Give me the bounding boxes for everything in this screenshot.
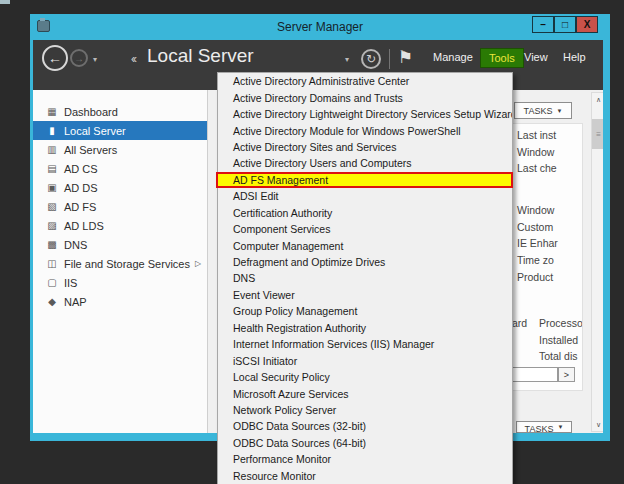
menu-item[interactable]: ADSI Edit	[218, 188, 512, 204]
all-servers-icon: ▥	[45, 144, 59, 155]
nav-history-caret-icon[interactable]: ▾	[93, 55, 97, 64]
menu-item[interactable]: Local Security Policy	[218, 369, 512, 385]
desktop-artifact	[0, 0, 10, 4]
sidebar-item-label: File and Storage Services	[64, 258, 190, 270]
menu-item-ad-fs-management[interactable]: AD FS Management	[216, 172, 513, 188]
nap-icon: ◆	[45, 296, 59, 307]
sidebar-item-label: AD DS	[64, 182, 98, 194]
menu-item[interactable]: Computer Management	[218, 237, 512, 253]
dashboard-icon: ▦	[45, 106, 59, 117]
sidebar-item-dashboard[interactable]: ▦ Dashboard	[33, 102, 207, 121]
menu-item[interactable]: ODBC Data Sources (64-bit)	[218, 435, 512, 451]
menu-item[interactable]: Internet Information Services (IIS) Mana…	[218, 336, 512, 352]
sidebar-item-iis[interactable]: ▢ IIS	[33, 273, 207, 292]
sidebar-item-nap[interactable]: ◆ NAP	[33, 292, 207, 311]
breadcrumb-chevrons-icon: ‹‹	[131, 52, 135, 66]
back-arrow-icon: ←	[48, 50, 62, 66]
window-title: Server Manager	[30, 20, 610, 34]
properties-panel: Last inst Window Last che Window Custom …	[511, 123, 583, 391]
sidebar-item-file-and-storage-services[interactable]: ◫ File and Storage Services ▷	[33, 254, 207, 273]
ad-fs-icon: ▧	[45, 201, 59, 212]
menu-item[interactable]: Active Directory Users and Computers	[218, 155, 512, 171]
property-label: Product	[517, 271, 553, 283]
menu-item[interactable]: Defragment and Optimize Drives	[218, 254, 512, 270]
menu-item[interactable]: ODBC Data Sources (32-bit)	[218, 418, 512, 434]
menu-item[interactable]: Active Directory Module for Windows Powe…	[218, 122, 512, 138]
sidebar-item-label: NAP	[64, 296, 87, 308]
scrollbar-thumb[interactable]: ≡	[592, 119, 603, 149]
minimize-button[interactable]: –	[532, 16, 554, 33]
menu-item[interactable]: Certification Authority	[218, 205, 512, 221]
refresh-button[interactable]: ↻	[361, 49, 381, 69]
menu-item[interactable]: Health Registration Authority	[218, 320, 512, 336]
property-label: Window	[517, 204, 554, 216]
refresh-icon: ↻	[366, 52, 376, 66]
property-label: IE Enhar	[517, 237, 558, 249]
file-storage-icon: ◫	[45, 258, 59, 269]
sidebar-item-ad-fs[interactable]: ▧ AD FS	[33, 197, 207, 216]
sidebar-item-local-server[interactable]: ▮ Local Server	[33, 121, 207, 140]
menu-item[interactable]: Event Viewer	[218, 287, 512, 303]
navbar-divider	[389, 49, 390, 69]
close-button[interactable]: X	[576, 16, 598, 33]
forward-button[interactable]: →	[70, 49, 88, 67]
title-bar[interactable]: Server Manager – □ X	[30, 14, 610, 40]
breadcrumb-caret-icon[interactable]: ▾	[345, 55, 349, 64]
menu-item[interactable]: Network Policy Server	[218, 402, 512, 418]
menu-item[interactable]: Group Policy Management	[218, 303, 512, 319]
iis-icon: ▢	[45, 277, 59, 288]
filter-input[interactable]	[512, 367, 558, 382]
property-label: Last inst	[517, 129, 556, 141]
sidebar-item-label: Dashboard	[64, 106, 118, 118]
maximize-button[interactable]: □	[554, 16, 576, 33]
menu-manage[interactable]: Manage	[433, 51, 473, 63]
menu-item[interactable]: DNS	[218, 270, 512, 286]
property-label: Custom	[517, 221, 553, 233]
sidebar-item-label: Local Server	[64, 125, 126, 137]
sidebar-item-all-servers[interactable]: ▥ All Servers	[33, 140, 207, 159]
go-button[interactable]: >	[558, 367, 575, 382]
server-manager-icon	[37, 20, 50, 32]
tasks-label: TASKS	[524, 106, 553, 116]
sidebar-item-label: DNS	[64, 239, 87, 251]
notifications-flag-icon[interactable]: ⚑	[398, 47, 413, 68]
sidebar-item-ad-lds[interactable]: ▨ AD LDS	[33, 216, 207, 235]
tasks-label: TASKS	[525, 424, 554, 433]
property-label: Time zo	[517, 254, 554, 266]
expand-arrow-icon[interactable]: ▷	[195, 259, 201, 268]
back-button[interactable]: ←	[42, 45, 68, 71]
menu-view[interactable]: View	[524, 51, 548, 63]
sidebar-item-label: AD FS	[64, 201, 96, 213]
menu-item[interactable]: Active Directory Administrative Center	[218, 73, 512, 89]
sidebar-item-ad-ds[interactable]: ▣ AD DS	[33, 178, 207, 197]
property-label: Window	[517, 146, 554, 158]
sidebar-item-dns[interactable]: ▩ DNS	[33, 235, 207, 254]
sidebar-item-label: All Servers	[64, 144, 117, 156]
menu-help[interactable]: Help	[563, 51, 586, 63]
menu-item[interactable]: Resource Monitor	[218, 468, 512, 484]
menu-item[interactable]: Active Directory Lightweight Directory S…	[218, 106, 512, 122]
ad-cs-icon: ▤	[45, 163, 59, 174]
menu-item[interactable]: Microsoft Azure Services	[218, 385, 512, 401]
tasks-caret-icon: ▼	[557, 424, 563, 430]
menu-item[interactable]: Performance Monitor	[218, 451, 512, 467]
breadcrumb[interactable]: Local Server	[147, 45, 254, 67]
menu-tools[interactable]: Tools	[480, 48, 524, 68]
property-label: ard	[512, 317, 527, 329]
tasks-button-top[interactable]: TASKS ▼	[514, 102, 572, 119]
scroll-down-icon[interactable]: ∨	[592, 418, 603, 431]
ad-lds-icon: ▨	[45, 220, 59, 231]
property-label: Last che	[517, 162, 557, 174]
menu-item[interactable]: iSCSI Initiator	[218, 352, 512, 368]
vertical-scrollbar[interactable]: ∧ ≡ ∨	[591, 92, 603, 432]
sidebar-item-ad-cs[interactable]: ▤ AD CS	[33, 159, 207, 178]
menu-item[interactable]: Component Services	[218, 221, 512, 237]
forward-arrow-icon: →	[74, 53, 84, 64]
scroll-up-icon[interactable]: ∧	[592, 93, 603, 106]
sidebar-item-label: AD CS	[64, 163, 98, 175]
menu-item[interactable]: Active Directory Sites and Services	[218, 139, 512, 155]
window-controls: – □ X	[532, 16, 598, 33]
menu-item[interactable]: Active Directory Domains and Trusts	[218, 89, 512, 105]
tasks-button-bottom[interactable]: TASKS ▼	[516, 421, 572, 433]
sidebar-item-label: IIS	[64, 277, 77, 289]
